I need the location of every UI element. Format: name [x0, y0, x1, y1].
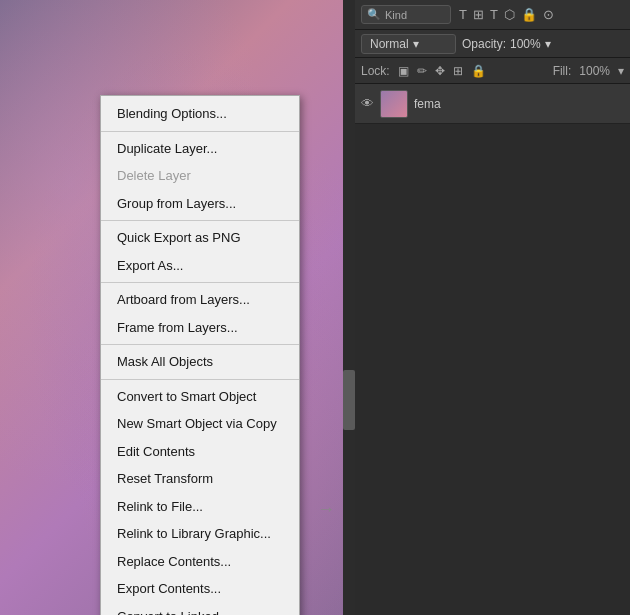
- layer-name: fema: [414, 97, 624, 111]
- lock-artboard-icon[interactable]: ⊞: [453, 64, 463, 78]
- blend-mode-dropdown[interactable]: Normal ▾: [361, 34, 456, 54]
- menu-item-frame-from-layers[interactable]: Frame from Layers...: [101, 314, 299, 342]
- lock-icon[interactable]: 🔒: [521, 7, 537, 22]
- search-box[interactable]: 🔍 Kind: [361, 5, 451, 24]
- layer-row[interactable]: 👁 fema: [355, 84, 630, 124]
- menu-item-relink-to-file[interactable]: Relink to File...: [101, 493, 299, 521]
- menu-item-mask-all-objects[interactable]: Mask All Objects: [101, 348, 299, 376]
- menu-item-duplicate-layer[interactable]: Duplicate Layer...: [101, 135, 299, 163]
- separator-sep5: [101, 379, 299, 380]
- kind-label: Kind: [385, 9, 407, 21]
- menu-item-blending-options[interactable]: Blending Options...: [101, 100, 299, 128]
- opacity-value[interactable]: 100%: [510, 37, 541, 51]
- menu-item-delete-layer: Delete Layer: [101, 162, 299, 190]
- lock-bar: Lock: ▣ ✏ ✥ ⊞ 🔒 Fill: 100% ▾: [355, 58, 630, 84]
- opacity-label: Opacity:: [462, 37, 506, 51]
- menu-item-edit-contents[interactable]: Edit Contents: [101, 438, 299, 466]
- arrow-indicator: →: [317, 499, 335, 520]
- layer-thumbnail: [380, 90, 408, 118]
- shape-icon[interactable]: ⬡: [504, 7, 515, 22]
- opacity-arrow: ▾: [545, 37, 551, 51]
- opacity-row: Opacity: 100% ▾: [462, 37, 551, 51]
- circle-icon[interactable]: ⊙: [543, 7, 554, 22]
- context-menu: Blending Options...Duplicate Layer...Del…: [100, 95, 300, 615]
- fill-value[interactable]: 100%: [579, 64, 610, 78]
- canvas-scrollbar[interactable]: [343, 0, 355, 615]
- menu-item-export-contents[interactable]: Export Contents...: [101, 575, 299, 603]
- separator-sep3: [101, 282, 299, 283]
- toolbar-icons: T ⊞ T ⬡ 🔒 ⊙: [459, 7, 554, 22]
- canvas-scrollbar-thumb[interactable]: [343, 370, 355, 430]
- layers-panel: 🔍 Kind T ⊞ T ⬡ 🔒 ⊙ Normal ▾ Opacity: 100…: [355, 0, 630, 615]
- separator-sep4: [101, 344, 299, 345]
- menu-item-new-smart-object-via-copy[interactable]: New Smart Object via Copy: [101, 410, 299, 438]
- layer-visibility-icon[interactable]: 👁: [361, 96, 374, 111]
- menu-item-artboard-from-layers[interactable]: Artboard from Layers...: [101, 286, 299, 314]
- menu-item-export-as[interactable]: Export As...: [101, 252, 299, 280]
- main-container: → Blending Options...Duplicate Layer...D…: [0, 0, 630, 615]
- fill-label: Fill:: [553, 64, 572, 78]
- menu-item-reset-transform[interactable]: Reset Transform: [101, 465, 299, 493]
- lock-checkbox-icon[interactable]: ▣: [398, 64, 409, 78]
- pixel-icon[interactable]: ⊞: [473, 7, 484, 22]
- canvas-area: → Blending Options...Duplicate Layer...D…: [0, 0, 355, 615]
- menu-item-convert-to-smart-object[interactable]: Convert to Smart Object: [101, 383, 299, 411]
- blend-bar: Normal ▾ Opacity: 100% ▾: [355, 30, 630, 58]
- lock-label: Lock:: [361, 64, 390, 78]
- separator-sep1: [101, 131, 299, 132]
- lock-paint-icon[interactable]: ✏: [417, 64, 427, 78]
- panel-toolbar: 🔍 Kind T ⊞ T ⬡ 🔒 ⊙: [355, 0, 630, 30]
- menu-item-quick-export[interactable]: Quick Export as PNG: [101, 224, 299, 252]
- type-icon[interactable]: T: [490, 7, 498, 22]
- menu-item-group-from-layers[interactable]: Group from Layers...: [101, 190, 299, 218]
- text-icon[interactable]: T: [459, 7, 467, 22]
- blend-dropdown-arrow: ▾: [413, 37, 419, 51]
- menu-item-convert-to-linked[interactable]: Convert to Linked...: [101, 603, 299, 616]
- blend-mode-value: Normal: [370, 37, 409, 51]
- menu-item-relink-to-library-graphic[interactable]: Relink to Library Graphic...: [101, 520, 299, 548]
- separator-sep2: [101, 220, 299, 221]
- lock-move-icon[interactable]: ✥: [435, 64, 445, 78]
- lock-all-icon[interactable]: 🔒: [471, 64, 486, 78]
- menu-item-replace-contents[interactable]: Replace Contents...: [101, 548, 299, 576]
- fill-arrow: ▾: [618, 64, 624, 78]
- search-icon: 🔍: [367, 8, 381, 21]
